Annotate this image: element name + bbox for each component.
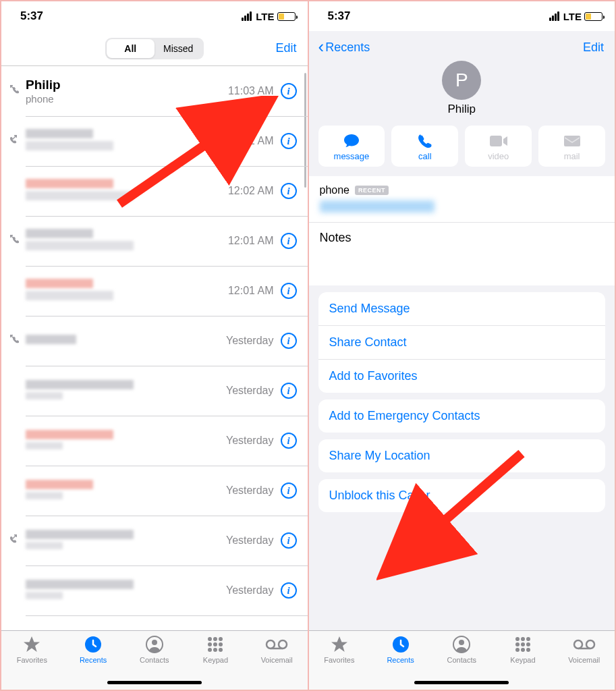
notes-field[interactable]: Notes	[309, 223, 615, 285]
action-share-contact[interactable]: Share Contact	[318, 326, 606, 360]
home-indicator[interactable]	[107, 681, 202, 684]
svg-point-28	[515, 648, 520, 652]
call-row[interactable]: Yesterday i	[1, 565, 308, 615]
incoming-icon	[5, 334, 22, 348]
edit-button[interactable]: Edit	[583, 40, 604, 55]
avatar[interactable]: P	[442, 61, 481, 100]
info-button[interactable]: i	[281, 433, 297, 449]
action-unblock-this-caller[interactable]: Unblock this Caller	[318, 479, 606, 512]
recents-nav: All Missed Edit	[1, 31, 308, 66]
call-time: 12:01 AM	[228, 235, 274, 247]
seg-missed[interactable]: Missed	[155, 39, 202, 58]
info-button[interactable]: i	[281, 482, 297, 499]
svg-point-3	[208, 637, 212, 641]
svg-point-8	[219, 642, 223, 646]
svg-point-11	[219, 648, 223, 652]
call-row[interactable]: Yesterday i	[1, 516, 308, 565]
tab-recents[interactable]: Recents	[370, 635, 431, 673]
tab-bar: FavoritesRecentsContactsKeypadVoicemail	[309, 630, 615, 690]
call-button[interactable]: call	[391, 126, 458, 167]
outgoing-icon	[5, 534, 22, 548]
info-button[interactable]: i	[281, 582, 297, 599]
notes-section[interactable]: Notes	[309, 222, 615, 285]
incoming-icon	[5, 234, 22, 248]
incoming-icon	[5, 84, 22, 99]
call-time: Yesterday	[226, 335, 274, 347]
edit-button[interactable]: Edit	[275, 41, 296, 55]
contact-name: Philip	[318, 103, 606, 116]
svg-point-6	[208, 642, 212, 646]
action-list-location: Share My Location	[318, 439, 606, 472]
svg-point-7	[213, 642, 217, 646]
tab-favorites[interactable]: Favorites	[1, 635, 63, 673]
call-row[interactable]: 12:02 AM i	[1, 116, 308, 166]
video-icon	[465, 132, 532, 150]
call-list[interactable]: Philip phone 11:03 AM i 12:02 AM i 12:02…	[1, 66, 308, 630]
contact-detail-body[interactable]: phoneRECENT Notes Send MessageShare Cont…	[309, 176, 615, 630]
favorites-icon	[22, 635, 41, 654]
battery-icon	[277, 12, 296, 21]
info-button[interactable]: i	[281, 83, 297, 99]
contacts-icon	[145, 635, 164, 654]
action-share-my-location[interactable]: Share My Location	[318, 439, 606, 472]
svg-point-13	[279, 640, 287, 648]
info-button[interactable]: i	[281, 283, 297, 299]
call-time: 12:01 AM	[228, 285, 274, 297]
info-button[interactable]: i	[281, 233, 297, 249]
call-row[interactable]: Yesterday i	[1, 316, 308, 366]
svg-rect-17	[490, 136, 502, 146]
svg-point-2	[152, 640, 157, 645]
tab-keypad[interactable]: Keypad	[185, 635, 246, 673]
keypad-icon	[514, 635, 532, 654]
back-button[interactable]: ‹ Recents	[318, 40, 370, 55]
call-time: Yesterday	[226, 534, 274, 547]
call-time: 12:02 AM	[228, 185, 274, 197]
video-button[interactable]: video	[465, 126, 532, 167]
info-button[interactable]: i	[281, 383, 297, 399]
svg-point-29	[521, 648, 525, 652]
svg-point-23	[521, 637, 525, 641]
info-button[interactable]: i	[281, 333, 297, 349]
call-time: Yesterday	[226, 435, 274, 447]
mail-button[interactable]: mail	[538, 126, 605, 167]
call-row[interactable]: Philip phone 11:03 AM i	[1, 66, 308, 116]
call-time: 12:02 AM	[228, 135, 274, 147]
action-send-message[interactable]: Send Message	[318, 292, 606, 326]
tab-contacts[interactable]: Contacts	[431, 635, 493, 673]
call-row[interactable]: 12:02 AM i	[1, 166, 308, 216]
caller-name: Philip	[26, 78, 228, 93]
seg-all[interactable]: All	[107, 39, 155, 58]
outgoing-icon	[5, 134, 22, 148]
redacted-phone-number[interactable]	[320, 200, 435, 213]
info-button[interactable]: i	[281, 133, 297, 149]
message-button[interactable]: message	[318, 126, 385, 167]
home-indicator[interactable]	[414, 681, 509, 684]
svg-point-22	[515, 637, 520, 641]
call-row[interactable]: 12:01 AM i	[1, 266, 308, 316]
call-row[interactable]: 12:01 AM i	[1, 216, 308, 266]
tab-favorites[interactable]: Favorites	[309, 635, 370, 673]
action-add-to-favorites[interactable]: Add to Favorites	[318, 360, 606, 393]
filter-segmented-control[interactable]: All Missed	[105, 38, 204, 59]
info-button[interactable]: i	[281, 183, 297, 199]
phone-section[interactable]: phoneRECENT	[309, 176, 615, 222]
tab-recents[interactable]: Recents	[63, 635, 124, 673]
tab-voicemail[interactable]: Voicemail	[246, 635, 308, 673]
tab-contacts[interactable]: Contacts	[123, 635, 185, 673]
call-row[interactable]: Yesterday i	[1, 466, 308, 516]
svg-point-27	[526, 642, 530, 646]
status-bar: 5:37 LTE	[309, 1, 615, 31]
tab-keypad[interactable]: Keypad	[493, 635, 554, 673]
info-button[interactable]: i	[281, 532, 297, 549]
call-row[interactable]: Yesterday i	[1, 416, 308, 466]
voicemail-icon	[573, 635, 596, 654]
tab-bar: FavoritesRecentsContactsKeypadVoicemail	[1, 630, 308, 690]
voicemail-icon	[265, 635, 288, 654]
call-row[interactable]: Yesterday i	[1, 366, 308, 416]
network-label: LTE	[256, 11, 274, 22]
svg-point-12	[267, 640, 275, 648]
action-list-block: Unblock this Caller	[318, 479, 606, 512]
action-add-to-emergency-contacts[interactable]: Add to Emergency Contacts	[318, 399, 606, 433]
call-time: Yesterday	[226, 485, 274, 497]
tab-voicemail[interactable]: Voicemail	[553, 635, 615, 673]
